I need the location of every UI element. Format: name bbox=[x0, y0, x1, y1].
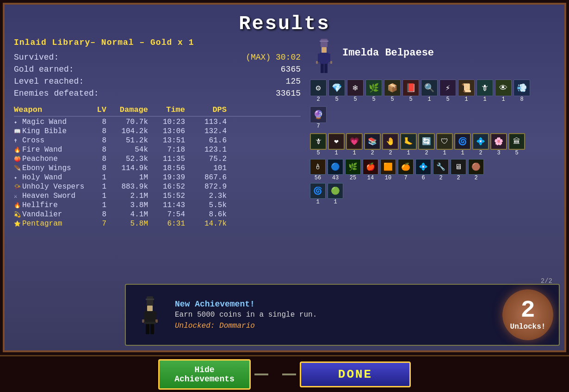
passive-slot: 🌀1 bbox=[454, 133, 471, 156]
weapons-table: Weapon LV Damage Time DPS ✦Magic Wand 8 … bbox=[14, 105, 301, 228]
item-slot: 💨8 bbox=[513, 80, 530, 103]
passive-count: 1 bbox=[407, 150, 410, 156]
achievement-counter: 2/2 bbox=[541, 277, 552, 285]
dungeon-title: Inlaid Library– Normal – Gold x 1 bbox=[14, 38, 301, 47]
pickup-slot: 🖥2 bbox=[451, 159, 466, 181]
pickup-count: 10 bbox=[385, 175, 391, 181]
col-damage: Damage bbox=[106, 105, 148, 114]
svg-rect-6 bbox=[321, 64, 324, 73]
item-slot: 🔮7 bbox=[310, 106, 327, 129]
item-count: 5 bbox=[409, 96, 412, 103]
weapon-name: 📯Unholy Vespers bbox=[14, 183, 88, 191]
svg-rect-4 bbox=[318, 54, 321, 62]
svg-rect-17 bbox=[150, 324, 154, 334]
svg-rect-2 bbox=[322, 47, 327, 53]
item-icon: ❄ bbox=[347, 80, 364, 96]
weapon-dps: 872.9 bbox=[185, 183, 227, 191]
item-icon: 🔍 bbox=[421, 80, 438, 96]
col-lv: LV bbox=[88, 105, 106, 114]
pickup-slot: 💠6 bbox=[415, 159, 431, 181]
pickup-slot: 🍊7 bbox=[398, 159, 414, 181]
enemies-label: Enemies defeated: bbox=[14, 89, 99, 98]
svg-rect-1 bbox=[320, 41, 328, 42]
level-label: Level reached: bbox=[14, 77, 84, 86]
pickup-count: 43 bbox=[332, 175, 339, 181]
pickup-icon: 🟤 bbox=[468, 159, 484, 175]
pickup-icon: 💠 bbox=[415, 159, 431, 175]
gold-row: Gold earned: 6365 bbox=[14, 65, 301, 74]
unlocks-number: 2 bbox=[520, 299, 535, 323]
hide-achievements-button[interactable]: HideAchievements bbox=[158, 359, 251, 390]
pickups-row1: 🕯56🔵43🌿25🍎14🟧10🍊7💠6🔧2🖥2🟤2 bbox=[310, 159, 555, 181]
pickup-count: 25 bbox=[350, 175, 356, 181]
survived-label: Survived: bbox=[14, 53, 59, 62]
item-icon: ⚡ bbox=[439, 80, 456, 96]
pickup-slot: 🟧10 bbox=[380, 159, 396, 181]
weapon-lv: 1 bbox=[88, 192, 106, 200]
passive-icon: 🌀 bbox=[454, 133, 471, 150]
pickup-icon: 🟢 bbox=[328, 183, 343, 199]
weapon-row: 🔥Hellfire 1 3.8M 11:43 5.5k bbox=[14, 201, 301, 210]
passive-count: 3 bbox=[497, 150, 500, 156]
pickup-count: 1 bbox=[334, 199, 337, 205]
page-title: Results bbox=[5, 5, 564, 38]
items-row2: 🔮7 bbox=[310, 106, 555, 129]
svg-rect-9 bbox=[330, 61, 332, 64]
passive-icon: 🗡 bbox=[310, 133, 327, 150]
level-value: 125 bbox=[286, 77, 301, 86]
unlocks-badge[interactable]: 2 Unlocks! bbox=[502, 289, 553, 340]
achievement-panel: 2/2 New Achievement! Earn 5000 coins in … bbox=[125, 284, 560, 346]
survived-value: (MAX) 30:02 bbox=[246, 53, 301, 62]
weapon-time: 18:56 bbox=[148, 164, 185, 172]
item-icon: 🗡 bbox=[476, 80, 493, 96]
passive-icon: 🦶 bbox=[400, 133, 417, 150]
item-slot: 🌿5 bbox=[365, 80, 382, 103]
pickup-icon: 🌀 bbox=[310, 183, 326, 199]
passive-slot: 📚2 bbox=[364, 133, 381, 156]
footer-connector-left: HideAchievements bbox=[158, 359, 268, 390]
weapon-dps: 113.4 bbox=[185, 118, 227, 126]
done-button[interactable]: DONE bbox=[300, 361, 411, 387]
weapon-row: 📖King Bible 8 104.2k 13:06 132.4 bbox=[14, 127, 301, 136]
enemies-value: 33615 bbox=[276, 89, 301, 98]
weapon-row: ⚔Heaven Sword 1 2.1M 15:52 2.3k bbox=[14, 191, 301, 201]
weapon-time: 15:52 bbox=[148, 192, 185, 200]
passive-slot: 🤚2 bbox=[382, 133, 399, 156]
passive-count: 1 bbox=[353, 150, 356, 156]
svg-rect-7 bbox=[324, 64, 328, 73]
unlocks-text: Unlocks! bbox=[510, 323, 546, 331]
passive-count: 2 bbox=[389, 150, 392, 156]
weapon-dps: 75.2 bbox=[185, 155, 227, 163]
pickup-slot: 🔧2 bbox=[433, 159, 449, 181]
weapon-damage: 104.2k bbox=[106, 127, 148, 135]
pickup-slot: 🔵43 bbox=[328, 159, 343, 181]
passive-count: 2 bbox=[371, 150, 374, 156]
weapon-row: 🪶Ebony Wings 8 114.9k 18:56 101 bbox=[14, 164, 301, 173]
col-dps: DPS bbox=[185, 105, 227, 114]
weapon-dps: 2.3k bbox=[185, 192, 227, 200]
passive-icon: 🛡 bbox=[436, 133, 453, 150]
weapon-lv: 8 bbox=[88, 127, 106, 135]
svg-rect-0 bbox=[321, 39, 328, 47]
pickup-count: 2 bbox=[474, 175, 477, 181]
gold-label: Gold earned: bbox=[14, 65, 74, 74]
item-slot: 🔍1 bbox=[421, 80, 438, 103]
weapon-row: ✦Magic Wand 8 70.7k 10:23 113.4 bbox=[14, 117, 301, 127]
unlocked-label: Unlocked: bbox=[175, 322, 215, 330]
svg-rect-5 bbox=[328, 54, 330, 62]
item-icon: 🔮 bbox=[310, 106, 327, 123]
weapon-damage: 883.9k bbox=[106, 183, 148, 191]
weapon-row: ⭐Pentagram 7 5.8M 6:31 14.7k bbox=[14, 219, 301, 228]
item-slot: 💎5 bbox=[328, 80, 345, 103]
weapon-row: ✦Holy Wand 1 1M 19:39 867.6 bbox=[14, 173, 301, 182]
weapon-rows: ✦Magic Wand 8 70.7k 10:23 113.4 📖King Bi… bbox=[14, 117, 301, 228]
pickup-slot: 🌀1 bbox=[310, 183, 326, 205]
weapon-damage: 5.8M bbox=[106, 220, 148, 228]
main-panel: Results Inlaid Library– Normal – Gold x … bbox=[3, 3, 566, 352]
weapon-lv: 8 bbox=[88, 164, 106, 172]
weapon-damage: 54k bbox=[106, 146, 148, 154]
pickup-slot: 🟤2 bbox=[468, 159, 484, 181]
weapon-damage: 2.1M bbox=[106, 192, 148, 200]
svg-rect-11 bbox=[146, 299, 154, 300]
weapons-header: Weapon LV Damage Time DPS bbox=[14, 105, 301, 116]
